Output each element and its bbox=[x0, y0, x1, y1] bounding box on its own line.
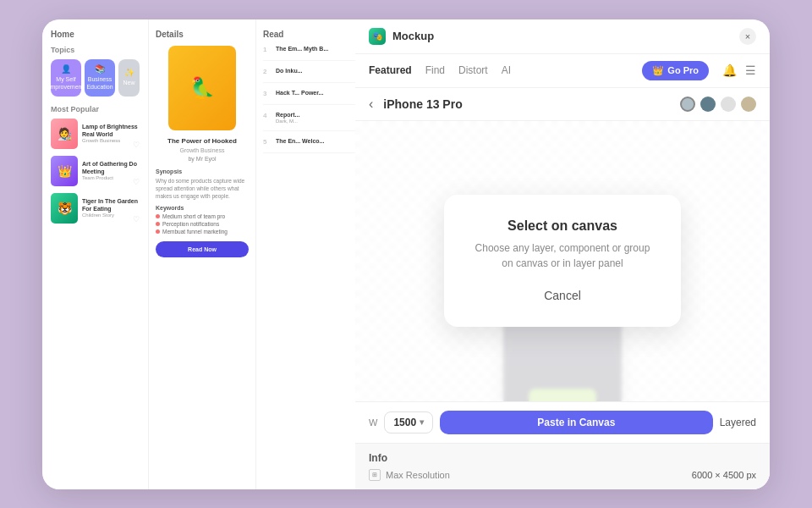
title-bar: 🎭 Mockup × bbox=[355, 19, 770, 54]
read-item-2[interactable]: 2 Do Inku... bbox=[263, 68, 357, 83]
nav-item-find[interactable]: Find bbox=[425, 64, 445, 76]
book-cat-1: Growth Business bbox=[82, 138, 140, 143]
topic-card-new[interactable]: ✨ New bbox=[118, 59, 140, 97]
read-item-title-3: Hack T... Power... bbox=[276, 90, 357, 97]
app-title: Mockup bbox=[392, 30, 732, 42]
left-app-panel: Home Topics 👤 My Self Improvement 📚 Busi… bbox=[42, 19, 364, 489]
keywords-label: Keywords bbox=[156, 205, 249, 211]
nav-item-featured[interactable]: Featured bbox=[369, 64, 412, 76]
color-swatches bbox=[680, 97, 756, 112]
back-button[interactable]: ‹ bbox=[369, 97, 373, 112]
keyword-text-3: Membuat funnel marketing bbox=[162, 229, 228, 235]
detail-book-cat: Growth Business bbox=[156, 147, 249, 153]
swatch-gold[interactable] bbox=[741, 97, 756, 112]
read-column: Read 1 The Em... Myth B... 2 Do Inku... … bbox=[256, 19, 364, 489]
canvas-area[interactable]: Select on canvas Choose any layer, compo… bbox=[355, 121, 770, 401]
keyword-dot-2 bbox=[156, 222, 160, 226]
topic-label-self: My Self Improvement bbox=[49, 76, 84, 91]
info-title: Info bbox=[369, 452, 756, 464]
resolution-icon: ⊞ bbox=[369, 469, 381, 481]
read-num-4: 4 bbox=[263, 112, 272, 119]
read-item-title-4: Report... bbox=[276, 112, 357, 119]
keyword-dot-1 bbox=[156, 214, 160, 218]
keyword-text-1: Medium short of team pro bbox=[162, 213, 225, 219]
read-item-title-5: The En... Welco... bbox=[276, 138, 357, 145]
book-info-3: Tiger In The Garden For Eating Children … bbox=[82, 198, 140, 218]
topic-label-business: Business Education bbox=[86, 76, 112, 91]
read-item-title-2: Do Inku... bbox=[276, 68, 357, 75]
layered-button[interactable]: Layered bbox=[720, 417, 756, 428]
width-label: W bbox=[369, 417, 377, 428]
info-left: ⊞ Max Resolution bbox=[369, 469, 450, 481]
right-panel: 🎭 Mockup × Featured Find Distort AI 👑 Go… bbox=[355, 19, 770, 489]
read-item-4[interactable]: 4 Report... Dark, M... bbox=[263, 112, 357, 131]
book-cat-2: Team Product bbox=[82, 175, 140, 180]
topic-cards: 👤 My Self Improvement 📚 Business Educati… bbox=[51, 59, 140, 97]
book-cover-3: 🐯 bbox=[51, 193, 78, 224]
topic-icon-business: 📚 bbox=[95, 64, 105, 75]
read-item-1[interactable]: 1 The Em... Myth B... bbox=[263, 46, 357, 61]
max-resolution-label: Max Resolution bbox=[386, 470, 450, 480]
keyword-text-2: Perception notifications bbox=[162, 221, 219, 227]
most-popular-label: Most Popular bbox=[51, 105, 140, 113]
nav-icons: 🔔 ☰ bbox=[722, 64, 756, 77]
read-item-5[interactable]: 5 The En... Welco... bbox=[263, 138, 357, 153]
topic-label-new: New bbox=[123, 80, 134, 86]
modal-card: Select on canvas Choose any layer, compo… bbox=[444, 195, 681, 327]
go-pro-label: Go Pro bbox=[667, 65, 699, 75]
read-label: Read bbox=[263, 30, 357, 39]
nav-item-distort[interactable]: Distort bbox=[458, 64, 488, 76]
nav-bar: Featured Find Distort AI 👑 Go Pro 🔔 ☰ bbox=[355, 54, 770, 88]
keyword-item-1: Medium short of team pro bbox=[156, 213, 249, 219]
book-info-2: Art of Gathering Do Meeting Team Product bbox=[82, 161, 140, 180]
synopsis-text: Why do some products capture wide spread… bbox=[156, 177, 249, 200]
crown-icon: 👑 bbox=[652, 65, 664, 76]
book-item-3[interactable]: 🐯 Tiger In The Garden For Eating Childre… bbox=[51, 193, 140, 224]
book-info-1: Lamp of Brightness Real World Growth Bus… bbox=[82, 124, 140, 143]
modal-description: Choose any layer, component or group on … bbox=[471, 240, 654, 271]
book-title-1: Lamp of Brightness Real World bbox=[82, 124, 140, 138]
keyword-item-2: Perception notifications bbox=[156, 221, 249, 227]
bell-icon[interactable]: 🔔 bbox=[722, 64, 737, 77]
chevron-down-icon: ▾ bbox=[420, 417, 424, 427]
width-value: 1500 bbox=[393, 417, 416, 428]
keyword-item-3: Membuat funnel marketing bbox=[156, 229, 249, 235]
topic-icon-self: 👤 bbox=[61, 64, 71, 75]
book-title-3: Tiger In The Garden For Eating bbox=[82, 198, 140, 213]
read-num-3: 3 bbox=[263, 90, 272, 97]
topic-card-business[interactable]: 📚 Business Education bbox=[85, 59, 115, 97]
go-pro-button[interactable]: 👑 Go Pro bbox=[642, 61, 709, 80]
swatch-dark-gray[interactable] bbox=[700, 97, 716, 112]
cancel-button[interactable]: Cancel bbox=[544, 289, 581, 302]
read-num-1: 1 bbox=[263, 46, 272, 53]
app-logo: 🎭 bbox=[369, 28, 386, 45]
book-cover-2: 👑 bbox=[51, 156, 78, 186]
swatch-silver[interactable] bbox=[721, 97, 736, 112]
read-num-5: 5 bbox=[263, 138, 272, 146]
book-title-2: Art of Gathering Do Meeting bbox=[82, 161, 140, 175]
details-label: Details bbox=[156, 30, 249, 39]
read-now-button[interactable]: Read Now bbox=[156, 241, 249, 257]
book-item-1[interactable]: 🧑‍🎨 Lamp of Brightness Real World Growth… bbox=[51, 119, 140, 149]
topic-card-self[interactable]: 👤 My Self Improvement bbox=[51, 59, 81, 97]
read-num-2: 2 bbox=[263, 68, 272, 75]
swatch-blue-gray[interactable] bbox=[680, 97, 695, 112]
book-item-2[interactable]: 👑 Art of Gathering Do Meeting Team Produ… bbox=[51, 156, 140, 186]
read-item-3[interactable]: 3 Hack T... Power... bbox=[263, 90, 357, 105]
device-header: ‹ iPhone 13 Pro bbox=[355, 88, 770, 121]
heart-icon-1: ♡ bbox=[133, 141, 140, 149]
read-item-content-4: Report... Dark, M... bbox=[276, 112, 357, 124]
read-item-cat-4: Dark, M... bbox=[276, 119, 357, 124]
menu-icon[interactable]: ☰ bbox=[745, 64, 756, 77]
read-item-content-1: The Em... Myth B... bbox=[276, 46, 357, 52]
close-button[interactable]: × bbox=[739, 28, 756, 45]
read-item-title-1: The Em... Myth B... bbox=[276, 46, 357, 52]
detail-author: by Mr Eyol bbox=[156, 156, 249, 162]
detail-book-title: The Power of Hooked bbox=[156, 137, 249, 145]
nav-item-ai[interactable]: AI bbox=[502, 64, 511, 76]
home-column: Home Topics 👤 My Self Improvement 📚 Busi… bbox=[42, 19, 149, 489]
paste-in-canvas-button[interactable]: Paste in Canvas bbox=[440, 411, 713, 434]
width-input[interactable]: 1500 ▾ bbox=[384, 411, 433, 433]
synopsis-label: Synopsis bbox=[156, 168, 249, 174]
book-cover-1: 🧑‍🎨 bbox=[51, 119, 78, 149]
